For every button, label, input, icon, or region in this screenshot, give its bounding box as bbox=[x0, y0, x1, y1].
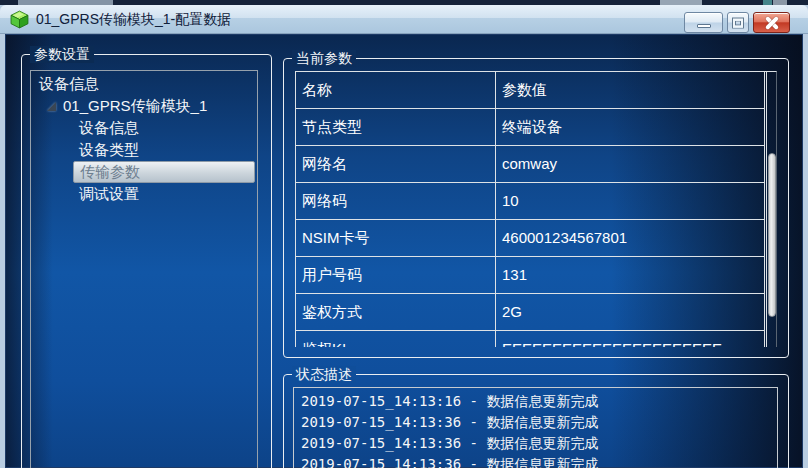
table-row[interactable]: 用户号码 131 bbox=[296, 257, 776, 294]
tree-item-device-node[interactable]: 01_GPRS传输模块_1 bbox=[31, 95, 257, 117]
header-name: 名称 bbox=[296, 72, 496, 109]
param-value: EEEEEEEEEEEEEEEEEEEEEE bbox=[496, 331, 765, 347]
param-name: 网络码 bbox=[296, 183, 496, 220]
param-name: 网络名 bbox=[296, 146, 496, 183]
scrollbar-thumb[interactable] bbox=[768, 153, 776, 317]
param-value: 2G bbox=[496, 294, 765, 331]
close-button[interactable] bbox=[753, 12, 790, 33]
tree-item-device-type[interactable]: 设备类型 bbox=[31, 139, 257, 161]
titlebar[interactable]: 01_GPRS传输模块_1-配置数据 bbox=[0, 5, 808, 34]
table-row[interactable]: 节点类型 终端设备 bbox=[296, 109, 776, 146]
groupbox-label: 当前参数 bbox=[292, 50, 356, 67]
maximize-icon bbox=[733, 18, 743, 27]
parameter-table: 名称 参数值 节点类型 终端设备 网络名 comway 网络码 10 NSIM卡… bbox=[295, 71, 777, 347]
tree-item-debug-settings[interactable]: 调试设置 bbox=[31, 183, 257, 205]
minimize-icon bbox=[697, 24, 711, 28]
maximize-button[interactable] bbox=[727, 12, 749, 33]
status-log[interactable]: 2019-07-15_14:13:16 - 数据信息更新完成 2019-07-1… bbox=[293, 387, 778, 468]
dialog-content: 参数设置 设备信息 01_GPRS传输模块_1 设备信息 设备类型 传输参数 调… bbox=[5, 34, 803, 468]
param-name: 用户号码 bbox=[296, 257, 496, 294]
param-name: 鉴权KI bbox=[296, 331, 496, 347]
param-value: 460001234567801 bbox=[496, 220, 765, 257]
config-dialog-window: 01_GPRS传输模块_1-配置数据 参数设置 设备信息 01_GPRS传输模块… bbox=[0, 0, 808, 468]
minimize-button[interactable] bbox=[684, 12, 723, 33]
tree-item-transmission-params-selected[interactable]: 传输参数 bbox=[31, 161, 257, 183]
device-tree: 设备信息 01_GPRS传输模块_1 设备信息 设备类型 传输参数 调试设置 bbox=[30, 70, 258, 468]
expanded-triangle-icon[interactable] bbox=[47, 102, 56, 111]
param-value: comway bbox=[496, 146, 765, 183]
groupbox-label: 状态描述 bbox=[292, 366, 356, 383]
tree-item-device-info-root[interactable]: 设备信息 bbox=[31, 73, 257, 95]
table-row[interactable]: 鉴权KI EEEEEEEEEEEEEEEEEEEEEE bbox=[296, 331, 776, 347]
param-value: 终端设备 bbox=[496, 109, 765, 146]
green-cube-icon bbox=[10, 10, 29, 29]
param-value: 10 bbox=[496, 183, 765, 220]
selected-tree-item: 传输参数 bbox=[73, 161, 255, 183]
table-row[interactable]: NSIM卡号 460001234567801 bbox=[296, 220, 776, 257]
groupbox-label: 参数设置 bbox=[30, 46, 94, 63]
param-value: 131 bbox=[496, 257, 765, 294]
table-vertical-scrollbar[interactable] bbox=[766, 71, 777, 347]
param-name: 鉴权方式 bbox=[296, 294, 496, 331]
log-line: 2019-07-15_14:13:36 - 数据信息更新完成 bbox=[301, 412, 770, 433]
window-title: 01_GPRS传输模块_1-配置数据 bbox=[36, 5, 231, 34]
param-name: NSIM卡号 bbox=[296, 220, 496, 257]
table-header-row: 名称 参数值 bbox=[296, 72, 776, 109]
log-line: 2019-07-15_14:13:16 - 数据信息更新完成 bbox=[301, 391, 770, 412]
table-row[interactable]: 鉴权方式 2G bbox=[296, 294, 776, 331]
tree-item-device-info[interactable]: 设备信息 bbox=[31, 117, 257, 139]
table-row[interactable]: 网络名 comway bbox=[296, 146, 776, 183]
param-name: 节点类型 bbox=[296, 109, 496, 146]
header-value: 参数值 bbox=[496, 72, 765, 109]
table-row[interactable]: 网络码 10 bbox=[296, 183, 776, 220]
log-line: 2019-07-15_14:13:36 - 数据信息更新完成 bbox=[301, 433, 770, 454]
log-line: 2019-07-15_14:13:36 - 数据信息更新完成 bbox=[301, 454, 770, 468]
